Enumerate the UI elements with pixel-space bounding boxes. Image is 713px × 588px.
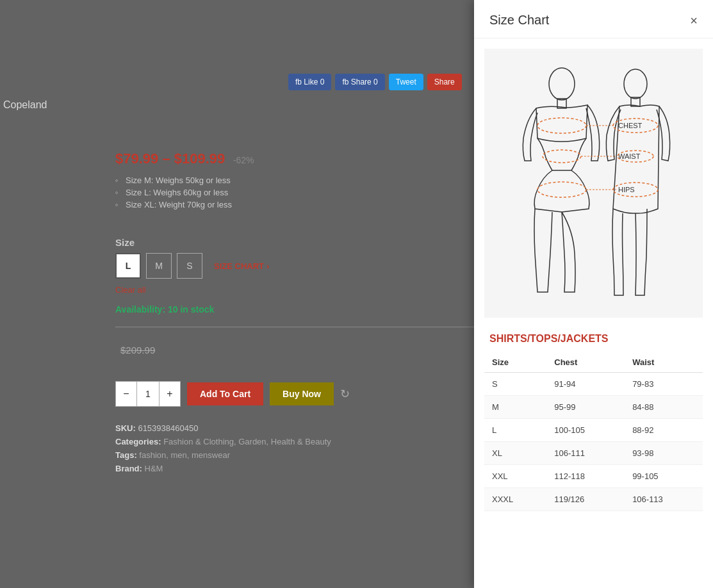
- size-selector: L M S SIZE CHART ›: [115, 253, 269, 279]
- col-size: Size: [484, 352, 546, 373]
- cell-waist: 99-105: [625, 465, 703, 488]
- cell-chest: 95-99: [546, 396, 625, 419]
- cell-waist: 106-113: [625, 488, 703, 511]
- size-note-l: Size L: Weighs 60kg or less: [115, 188, 232, 197]
- size-button-m[interactable]: M: [146, 253, 172, 279]
- categories-row: Categories: Fashion & Clothing, Garden, …: [115, 437, 331, 446]
- brand-value[interactable]: H&M: [145, 464, 163, 473]
- buy-now-button[interactable]: Buy Now: [270, 382, 334, 405]
- cell-chest: 91-94: [546, 373, 625, 396]
- col-chest: Chest: [546, 352, 625, 373]
- table-row: XL106-11193-98: [484, 442, 703, 465]
- col-waist: Waist: [625, 352, 703, 373]
- body-measurement-svg: CHEST WAIST HIPS: [511, 61, 677, 305]
- size-button-l[interactable]: L: [115, 253, 141, 279]
- size-info: Size M: Weighs 50kg or less Size L: Weig…: [115, 173, 232, 212]
- cell-chest: 106-111: [546, 442, 625, 465]
- table-row: S91-9479-83: [484, 373, 703, 396]
- chevron-right-icon: ›: [266, 261, 269, 271]
- svg-point-11: [624, 69, 647, 99]
- cell-size: S: [484, 373, 546, 396]
- cell-chest: 112-118: [546, 465, 625, 488]
- refresh-icon[interactable]: ↻: [340, 387, 350, 401]
- svg-text:CHEST: CHEST: [618, 122, 643, 129]
- add-to-cart-section: − 1 + Add To Cart Buy Now ↻: [115, 381, 350, 407]
- cell-size: XXL: [484, 465, 546, 488]
- sku-value: 6153938460450: [138, 423, 198, 433]
- size-button-s[interactable]: S: [177, 253, 202, 279]
- size-label: Size: [115, 237, 135, 248]
- cell-size: XXXL: [484, 488, 546, 511]
- size-note-m: Size M: Weighs 50kg or less: [115, 176, 232, 185]
- size-chart-table: Size Chest Waist S91-9479-83M95-9984-88L…: [484, 352, 703, 511]
- table-row: L100-10588-92: [484, 419, 703, 442]
- close-panel-button[interactable]: ×: [690, 14, 698, 27]
- size-chart-panel: Size Chart ×: [474, 0, 713, 588]
- svg-text:WAIST: WAIST: [618, 152, 641, 160]
- brand-name: Copeland: [3, 99, 47, 111]
- stock-count: 10 in stock: [168, 304, 214, 314]
- quantity-decrease-button[interactable]: −: [116, 382, 136, 406]
- quantity-control: − 1 +: [115, 381, 181, 407]
- price-range: $79.99 – $109.99: [115, 151, 225, 167]
- cell-size: M: [484, 396, 546, 419]
- cell-waist: 84-88: [625, 396, 703, 419]
- add-to-cart-button[interactable]: Add To Cart: [187, 382, 263, 405]
- svg-text:HIPS: HIPS: [618, 186, 635, 193]
- cell-chest: 100-105: [546, 419, 625, 442]
- panel-header: Size Chart ×: [474, 0, 713, 38]
- body-diagram: CHEST WAIST HIPS: [484, 49, 703, 318]
- svg-point-4: [543, 150, 581, 163]
- panel-title: Size Chart: [489, 13, 549, 28]
- table-row: XXL112-11899-105: [484, 465, 703, 488]
- cell-size: L: [484, 419, 546, 442]
- size-note-xl: Size XL: Weight 70kg or less: [115, 200, 232, 209]
- quantity-increase-button[interactable]: +: [160, 382, 180, 406]
- svg-point-2: [537, 118, 586, 133]
- tweet-button[interactable]: Tweet: [389, 74, 423, 90]
- original-price: $209.99: [120, 345, 155, 355]
- current-price-section: $79.99 $209.99: [115, 345, 155, 356]
- cell-waist: 79-83: [625, 373, 703, 396]
- social-bar: fb Like 0 fb Share 0 Tweet Share: [288, 74, 462, 90]
- tags-row: Tags: fashion, men, menswear: [115, 450, 331, 460]
- cell-chest: 119/126: [546, 488, 625, 511]
- fb-like-button[interactable]: fb Like 0: [288, 74, 331, 90]
- svg-point-6: [537, 182, 586, 197]
- sku-row: SKU: 6153938460450: [115, 423, 331, 433]
- size-chart-link[interactable]: SIZE CHART ›: [214, 261, 269, 271]
- svg-point-0: [549, 68, 575, 100]
- cell-waist: 93-98: [625, 442, 703, 465]
- product-meta: SKU: 6153938460450 Categories: Fashion &…: [115, 420, 331, 477]
- quantity-value: 1: [136, 382, 160, 406]
- cell-size: XL: [484, 442, 546, 465]
- table-row: M95-9984-88: [484, 396, 703, 419]
- tags-value[interactable]: fashion, men, menswear: [139, 450, 230, 460]
- availability: Availability: 10 in stock: [115, 304, 214, 314]
- brand-row: Brand: H&M: [115, 464, 331, 473]
- shirts-section-title: SHIRTS/TOPS/JACKETS: [474, 328, 713, 352]
- categories-value[interactable]: Fashion & Clothing, Garden, Health & Bea…: [163, 437, 331, 446]
- clear-all-link[interactable]: Clear all: [115, 285, 146, 295]
- discount-badge: -62%: [233, 155, 254, 165]
- share-button[interactable]: Share: [427, 74, 462, 90]
- price-section: $79.99 – $109.99 -62%: [115, 151, 254, 167]
- fb-share-button[interactable]: fb Share 0: [335, 74, 384, 90]
- table-row: XXXL119/126106-113: [484, 488, 703, 511]
- cell-waist: 88-92: [625, 419, 703, 442]
